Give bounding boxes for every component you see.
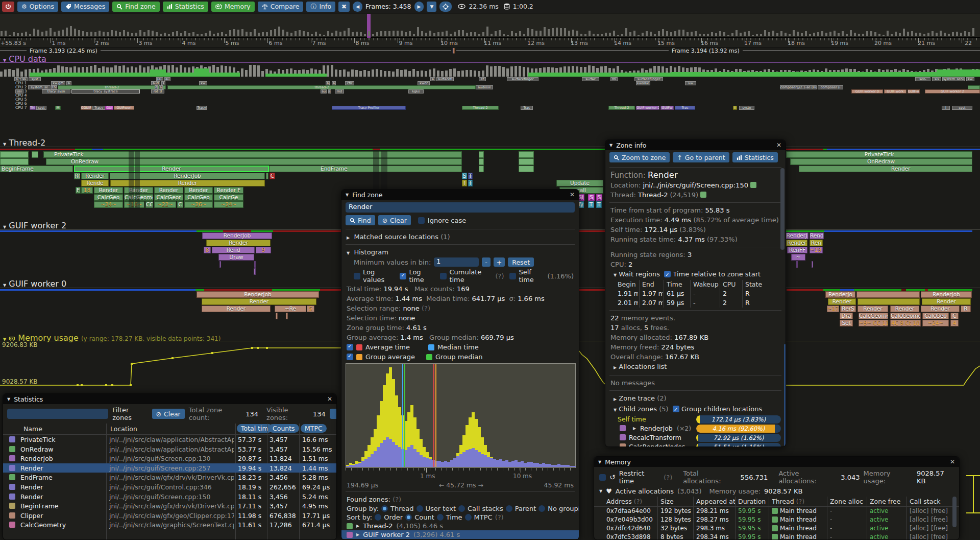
cpu-zone[interactable]: tracy_sysn xyxy=(42,89,70,93)
frame-bar[interactable] xyxy=(54,32,56,36)
timeline-zone-rers[interactable]: RerS xyxy=(840,306,856,312)
frame-bar[interactable] xyxy=(421,31,423,37)
frame-band[interactable]: Frame 3,193 (22.45 ms) ‖ Frame 3,194 (13… xyxy=(0,48,980,54)
frame-bar[interactable] xyxy=(764,30,766,37)
frame-bar[interactable] xyxy=(360,32,362,36)
cpu-zone[interactable]: composer@2.1-se (Hw xyxy=(780,85,817,89)
compare-button[interactable]: Compare xyxy=(258,2,304,12)
frame-bar[interactable] xyxy=(164,33,166,36)
table-row[interactable]: 0x7dfc53d8988 bytes298.34 ms59.95 sMain … xyxy=(594,533,959,540)
col-size[interactable]: Size xyxy=(660,498,674,505)
frame-bar[interactable] xyxy=(13,32,15,36)
frame-bar[interactable] xyxy=(331,33,333,36)
frame-bar[interactable] xyxy=(703,34,705,36)
table-row[interactable]: CalcGeometryjni/../jni/src/claw/graphics… xyxy=(3,520,336,530)
frame-bar[interactable] xyxy=(793,30,795,36)
frame-bar[interactable] xyxy=(115,31,117,36)
timeline-zone-render[interactable]: Render xyxy=(921,306,960,312)
active-allocations-disclosure[interactable]: ▼ xyxy=(599,489,602,494)
timeline-filter-button[interactable] xyxy=(330,409,336,419)
frame-bar[interactable] xyxy=(376,32,378,36)
frame-bar[interactable] xyxy=(148,30,150,36)
frame-3193-label[interactable]: Frame 3,193 (22.45 ms) xyxy=(27,48,101,54)
timeline-zone-re[interactable]: ~Re xyxy=(275,306,306,312)
frame-bar[interactable] xyxy=(568,31,570,36)
frame-bar[interactable] xyxy=(605,33,607,36)
frame-bar[interactable] xyxy=(315,32,317,36)
cpu-zone[interactable]: Thread-2 xyxy=(167,85,476,89)
frame-bar[interactable] xyxy=(17,33,19,36)
frame-bar[interactable] xyxy=(572,30,574,36)
timeline-zone-4c9ct10[interactable]: 4C 9 Ct 10 xyxy=(890,320,921,326)
frame-bar[interactable] xyxy=(597,34,599,36)
timeline-zone-render[interactable]: Render xyxy=(124,187,153,194)
frame-bar[interactable] xyxy=(86,32,88,36)
cpu-zone[interactable]: CGUIF xyxy=(81,106,92,110)
col-thread[interactable]: Thread (?) xyxy=(772,498,804,505)
sort-mtpc-radio[interactable] xyxy=(465,514,472,521)
timeline-zone[interactable] xyxy=(857,298,920,305)
zone-location[interactable]: jni/../jni/src/guif/Screen.cpp:150 xyxy=(643,181,748,189)
frame-bar[interactable] xyxy=(486,27,488,36)
matched-source-locations[interactable]: ▶ Matched source locations (1) xyxy=(341,232,579,242)
cpu-zone[interactable]: kgks xyxy=(408,89,424,93)
frame-bar[interactable] xyxy=(858,34,860,36)
timeline-zone[interactable] xyxy=(266,173,268,179)
go-to-parent-button[interactable]: ↑Go to parent xyxy=(673,152,729,162)
frame-bar[interactable] xyxy=(70,26,72,36)
frame-bar[interactable] xyxy=(601,34,603,36)
timeline-zone-l[interactable]: l xyxy=(462,180,467,186)
frame-bar[interactable] xyxy=(658,31,660,36)
cpu-zone[interactable]: kw xyxy=(685,81,696,85)
frame-bar[interactable] xyxy=(850,30,852,36)
cpu-zone[interactable]: audiose xyxy=(476,85,493,89)
timeline-zone-renderjob[interactable]: RenderJob xyxy=(202,232,272,239)
histogram-plot[interactable] xyxy=(346,363,576,468)
frame-bar[interactable] xyxy=(907,32,909,36)
frame-bar[interactable] xyxy=(511,31,513,36)
cpu-zone[interactable]: surfacefl xyxy=(436,77,454,81)
frame-bar[interactable] xyxy=(564,28,566,36)
frame-bar[interactable] xyxy=(344,31,346,36)
frame-bar[interactable] xyxy=(94,32,96,36)
table-row[interactable]: PrivateTickjni/../jni/src/claw/applicati… xyxy=(3,435,336,444)
timeline-zone-rend[interactable]: Rend xyxy=(212,247,255,253)
memory-button[interactable]: Memory xyxy=(211,2,255,12)
col-zone-free[interactable]: Zone free xyxy=(870,498,900,505)
timeline-zone-9[interactable]: 9 xyxy=(256,247,271,253)
timeline-zone-24[interactable]: ~24~ xyxy=(922,320,949,326)
cpu-zone[interactable]: syst xyxy=(29,77,41,81)
frame-bar[interactable] xyxy=(752,35,754,36)
frame-bar[interactable] xyxy=(780,31,782,36)
frame-bar[interactable] xyxy=(531,29,533,36)
cpu-zone[interactable]: syst xyxy=(36,106,46,110)
frame-bar[interactable] xyxy=(527,28,529,36)
frame-bar[interactable] xyxy=(662,29,664,36)
group-callstacks-radio[interactable] xyxy=(458,505,465,512)
timeline-zone-4[interactable]: 4 xyxy=(950,320,959,326)
frame-bar[interactable] xyxy=(9,35,11,37)
frame-bar[interactable] xyxy=(576,31,578,36)
collapse-icon[interactable]: ▼ xyxy=(598,460,601,464)
cell[interactable]: [free] xyxy=(931,507,948,514)
close-icon[interactable]: ✕ xyxy=(776,142,781,149)
frame-bar[interactable] xyxy=(397,31,399,36)
cpu-zone[interactable]: tracy_systrace xyxy=(71,89,140,93)
frame-bar[interactable] xyxy=(454,32,456,36)
timeline-zone[interactable] xyxy=(479,166,484,172)
timeline-zone-render[interactable]: Render xyxy=(828,298,856,305)
timeline-zone-22[interactable]: ~22~ xyxy=(154,201,176,208)
frame-bar[interactable] xyxy=(503,34,505,36)
frame-bar[interactable] xyxy=(433,33,435,36)
timeline-zone-beginframe[interactable]: BeginFrame xyxy=(0,166,73,172)
found-zone-group[interactable]: ▶GUIF worker 2(3,296) 4.61 s xyxy=(341,530,579,539)
frame-bar[interactable] xyxy=(756,34,758,36)
timeline-zone-calcgeo[interactable]: CalcGeo xyxy=(922,313,949,319)
cpu-zone[interactable]: M xyxy=(55,106,61,110)
frame-bar[interactable] xyxy=(960,33,962,36)
find-zone-button[interactable]: Find zone xyxy=(112,2,159,12)
frame-bar[interactable] xyxy=(829,32,831,36)
cpu-zone[interactable]: sen- xyxy=(915,77,930,81)
frame-bar[interactable] xyxy=(972,28,974,36)
frame-bar[interactable] xyxy=(523,34,525,36)
